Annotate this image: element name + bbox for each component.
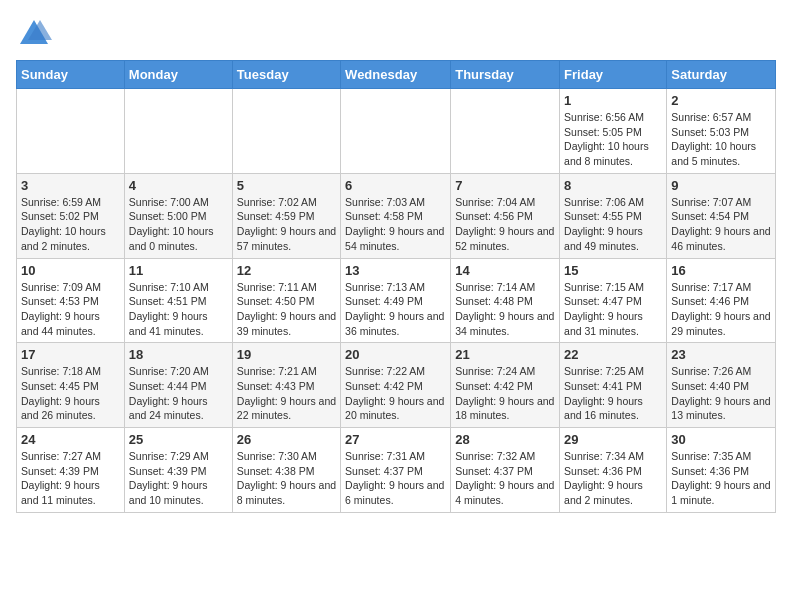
day-info: Sunrise: 7:24 AM Sunset: 4:42 PM Dayligh… [455,364,555,423]
day-info: Sunrise: 6:56 AM Sunset: 5:05 PM Dayligh… [564,110,662,169]
day-number: 27 [345,432,446,447]
calendar-cell: 3Sunrise: 6:59 AM Sunset: 5:02 PM Daylig… [17,173,125,258]
day-info: Sunrise: 7:22 AM Sunset: 4:42 PM Dayligh… [345,364,446,423]
day-number: 24 [21,432,120,447]
calendar-week-row: 10Sunrise: 7:09 AM Sunset: 4:53 PM Dayli… [17,258,776,343]
calendar-cell [232,89,340,174]
calendar-cell: 20Sunrise: 7:22 AM Sunset: 4:42 PM Dayli… [341,343,451,428]
calendar-cell: 9Sunrise: 7:07 AM Sunset: 4:54 PM Daylig… [667,173,776,258]
calendar-cell: 26Sunrise: 7:30 AM Sunset: 4:38 PM Dayli… [232,428,340,513]
calendar-cell [451,89,560,174]
day-info: Sunrise: 6:59 AM Sunset: 5:02 PM Dayligh… [21,195,120,254]
day-number: 23 [671,347,771,362]
weekday-header-saturday: Saturday [667,61,776,89]
day-number: 20 [345,347,446,362]
day-info: Sunrise: 7:18 AM Sunset: 4:45 PM Dayligh… [21,364,120,423]
calendar-cell: 17Sunrise: 7:18 AM Sunset: 4:45 PM Dayli… [17,343,125,428]
calendar-cell: 18Sunrise: 7:20 AM Sunset: 4:44 PM Dayli… [124,343,232,428]
day-number: 9 [671,178,771,193]
calendar-cell: 16Sunrise: 7:17 AM Sunset: 4:46 PM Dayli… [667,258,776,343]
day-number: 15 [564,263,662,278]
calendar-cell: 5Sunrise: 7:02 AM Sunset: 4:59 PM Daylig… [232,173,340,258]
calendar-cell: 29Sunrise: 7:34 AM Sunset: 4:36 PM Dayli… [560,428,667,513]
day-info: Sunrise: 7:17 AM Sunset: 4:46 PM Dayligh… [671,280,771,339]
day-number: 30 [671,432,771,447]
day-number: 3 [21,178,120,193]
day-info: Sunrise: 7:00 AM Sunset: 5:00 PM Dayligh… [129,195,228,254]
calendar-cell: 12Sunrise: 7:11 AM Sunset: 4:50 PM Dayli… [232,258,340,343]
day-info: Sunrise: 7:15 AM Sunset: 4:47 PM Dayligh… [564,280,662,339]
day-info: Sunrise: 7:32 AM Sunset: 4:37 PM Dayligh… [455,449,555,508]
calendar-cell: 22Sunrise: 7:25 AM Sunset: 4:41 PM Dayli… [560,343,667,428]
day-info: Sunrise: 7:25 AM Sunset: 4:41 PM Dayligh… [564,364,662,423]
weekday-header-thursday: Thursday [451,61,560,89]
day-number: 12 [237,263,336,278]
calendar-cell: 24Sunrise: 7:27 AM Sunset: 4:39 PM Dayli… [17,428,125,513]
calendar-cell [17,89,125,174]
day-number: 16 [671,263,771,278]
day-info: Sunrise: 7:30 AM Sunset: 4:38 PM Dayligh… [237,449,336,508]
day-number: 22 [564,347,662,362]
day-info: Sunrise: 7:09 AM Sunset: 4:53 PM Dayligh… [21,280,120,339]
calendar-cell: 7Sunrise: 7:04 AM Sunset: 4:56 PM Daylig… [451,173,560,258]
calendar-cell [341,89,451,174]
weekday-header-sunday: Sunday [17,61,125,89]
weekday-header-tuesday: Tuesday [232,61,340,89]
day-number: 7 [455,178,555,193]
day-info: Sunrise: 7:26 AM Sunset: 4:40 PM Dayligh… [671,364,771,423]
calendar-cell: 10Sunrise: 7:09 AM Sunset: 4:53 PM Dayli… [17,258,125,343]
header [16,16,776,52]
day-number: 21 [455,347,555,362]
day-number: 18 [129,347,228,362]
day-number: 8 [564,178,662,193]
day-number: 1 [564,93,662,108]
day-info: Sunrise: 7:31 AM Sunset: 4:37 PM Dayligh… [345,449,446,508]
day-number: 28 [455,432,555,447]
day-info: Sunrise: 7:13 AM Sunset: 4:49 PM Dayligh… [345,280,446,339]
day-info: Sunrise: 7:29 AM Sunset: 4:39 PM Dayligh… [129,449,228,508]
calendar-cell: 15Sunrise: 7:15 AM Sunset: 4:47 PM Dayli… [560,258,667,343]
calendar-cell: 23Sunrise: 7:26 AM Sunset: 4:40 PM Dayli… [667,343,776,428]
calendar-week-row: 3Sunrise: 6:59 AM Sunset: 5:02 PM Daylig… [17,173,776,258]
calendar-cell: 13Sunrise: 7:13 AM Sunset: 4:49 PM Dayli… [341,258,451,343]
day-number: 29 [564,432,662,447]
day-info: Sunrise: 7:04 AM Sunset: 4:56 PM Dayligh… [455,195,555,254]
day-info: Sunrise: 7:07 AM Sunset: 4:54 PM Dayligh… [671,195,771,254]
calendar-week-row: 1Sunrise: 6:56 AM Sunset: 5:05 PM Daylig… [17,89,776,174]
calendar-cell: 25Sunrise: 7:29 AM Sunset: 4:39 PM Dayli… [124,428,232,513]
weekday-header-friday: Friday [560,61,667,89]
day-info: Sunrise: 7:35 AM Sunset: 4:36 PM Dayligh… [671,449,771,508]
day-number: 10 [21,263,120,278]
calendar-cell: 8Sunrise: 7:06 AM Sunset: 4:55 PM Daylig… [560,173,667,258]
day-number: 2 [671,93,771,108]
weekday-header-monday: Monday [124,61,232,89]
day-number: 19 [237,347,336,362]
calendar-week-row: 24Sunrise: 7:27 AM Sunset: 4:39 PM Dayli… [17,428,776,513]
day-info: Sunrise: 7:10 AM Sunset: 4:51 PM Dayligh… [129,280,228,339]
day-number: 17 [21,347,120,362]
calendar-cell: 1Sunrise: 6:56 AM Sunset: 5:05 PM Daylig… [560,89,667,174]
day-number: 26 [237,432,336,447]
day-info: Sunrise: 7:03 AM Sunset: 4:58 PM Dayligh… [345,195,446,254]
calendar-cell: 4Sunrise: 7:00 AM Sunset: 5:00 PM Daylig… [124,173,232,258]
calendar-table: SundayMondayTuesdayWednesdayThursdayFrid… [16,60,776,513]
day-number: 11 [129,263,228,278]
day-number: 6 [345,178,446,193]
day-info: Sunrise: 7:27 AM Sunset: 4:39 PM Dayligh… [21,449,120,508]
day-info: Sunrise: 7:11 AM Sunset: 4:50 PM Dayligh… [237,280,336,339]
day-info: Sunrise: 6:57 AM Sunset: 5:03 PM Dayligh… [671,110,771,169]
day-info: Sunrise: 7:21 AM Sunset: 4:43 PM Dayligh… [237,364,336,423]
day-info: Sunrise: 7:14 AM Sunset: 4:48 PM Dayligh… [455,280,555,339]
calendar-cell: 11Sunrise: 7:10 AM Sunset: 4:51 PM Dayli… [124,258,232,343]
day-info: Sunrise: 7:20 AM Sunset: 4:44 PM Dayligh… [129,364,228,423]
calendar-cell: 27Sunrise: 7:31 AM Sunset: 4:37 PM Dayli… [341,428,451,513]
calendar-cell: 19Sunrise: 7:21 AM Sunset: 4:43 PM Dayli… [232,343,340,428]
calendar-cell: 30Sunrise: 7:35 AM Sunset: 4:36 PM Dayli… [667,428,776,513]
day-number: 14 [455,263,555,278]
calendar-cell: 14Sunrise: 7:14 AM Sunset: 4:48 PM Dayli… [451,258,560,343]
day-number: 13 [345,263,446,278]
weekday-header-wednesday: Wednesday [341,61,451,89]
calendar-cell: 2Sunrise: 6:57 AM Sunset: 5:03 PM Daylig… [667,89,776,174]
calendar-cell: 6Sunrise: 7:03 AM Sunset: 4:58 PM Daylig… [341,173,451,258]
day-info: Sunrise: 7:02 AM Sunset: 4:59 PM Dayligh… [237,195,336,254]
